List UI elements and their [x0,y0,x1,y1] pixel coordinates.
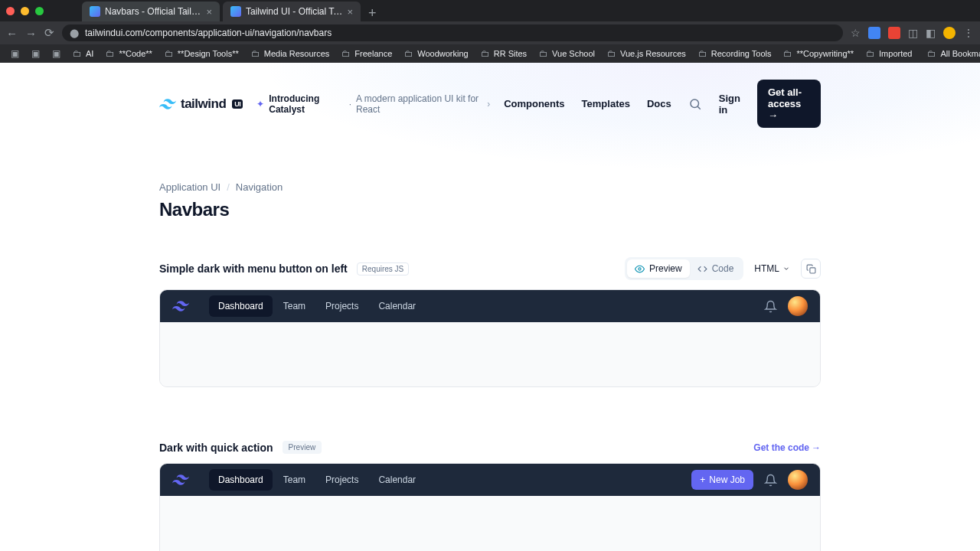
star-icon[interactable]: ☆ [851,27,861,39]
tab-close-icon[interactable]: × [347,7,353,17]
minimize-window-icon[interactable] [21,7,29,15]
folder-icon: 🗀 [783,48,792,59]
browser-tab[interactable]: Tailwind UI - Official Tailwind × [223,2,361,21]
profile-avatar-icon[interactable] [943,27,956,39]
folder-icon: 🗀 [698,48,707,59]
bookmark-item[interactable]: 🗀RR Sites [476,47,531,60]
site-header: tailwind UI ✦ Introducing Catalyst · A m… [159,63,821,142]
extensions-icon[interactable]: ◫ [908,27,918,39]
bookmark-icon: ▣ [31,48,40,59]
breadcrumb: Application UI / Navigation [159,181,821,193]
bookmark-item[interactable]: 🗀Vue School [534,47,599,60]
bookmark-item[interactable]: 🗀Recording Tools [694,47,776,60]
user-avatar[interactable] [788,296,808,316]
nav-link-calendar[interactable]: Calendar [369,295,425,317]
chevron-down-icon [782,265,790,272]
url-input[interactable]: ⬤ tailwindui.com/components/application-… [62,24,843,41]
bookmark-item[interactable]: 🗀Woodworking [400,47,472,60]
copy-button[interactable] [801,259,821,279]
tab-close-icon[interactable]: × [206,7,212,17]
back-button[interactable]: ← [6,27,18,40]
brand-logo-icon [172,301,189,311]
user-avatar[interactable] [788,470,808,490]
component-title: Simple dark with menu button on left [159,262,348,275]
folder-icon: 🗀 [251,48,260,59]
nav-link-dashboard[interactable]: Dashboard [209,469,273,491]
bookmark-item[interactable]: 🗀Media Resources [247,47,335,60]
component-preview: Dashboard Team Projects Calendar + New J… [159,463,821,551]
announcement-subtitle: A modern application UI kit for React [356,93,482,115]
announcement-title: Introducing Catalyst [269,93,344,115]
menu-icon[interactable]: ⋮ [963,27,974,39]
component-header: Dark with quick action Preview Get the c… [159,441,821,454]
nav-link-team[interactable]: Team [274,295,315,317]
nav-link-team[interactable]: Team [274,469,315,491]
preview-toggle-button[interactable]: Preview [627,259,690,278]
preview-body [160,496,820,551]
chevron-right-icon: › [487,99,490,109]
logo[interactable]: tailwind UI [159,96,243,112]
sidepanel-icon[interactable]: ◧ [926,27,936,39]
bookmark-item[interactable]: ▣ [27,47,44,60]
get-all-access-button[interactable]: Get all-access → [757,80,821,128]
all-bookmarks-button[interactable]: 🗀All Bookmarks [923,47,980,60]
code-toggle-button[interactable]: Code [690,259,742,278]
preview-body [160,322,820,386]
component-preview: Dashboard Team Projects Calendar [159,289,821,387]
sparkle-icon: ✦ [256,99,264,109]
search-icon[interactable] [688,97,702,111]
nav-link-projects[interactable]: Projects [316,469,368,491]
extension-icon[interactable] [888,27,900,39]
bookmark-item[interactable]: 🗀Freelance [337,47,397,60]
bookmark-item[interactable]: 🗀AI [68,47,98,60]
folder-icon: 🗀 [866,48,875,59]
language-dropdown[interactable]: HTML [750,259,795,278]
nav-link-projects[interactable]: Projects [316,295,368,317]
example-navbar: Dashboard Team Projects Calendar [160,290,820,322]
bookmark-item[interactable]: 🗀**Design Tools** [160,47,243,60]
nav-link-calendar[interactable]: Calendar [369,469,425,491]
nav-link-dashboard[interactable]: Dashboard [209,295,273,317]
bookmark-item[interactable]: ▣ [47,47,65,60]
bookmark-item[interactable]: 🗀**Code** [101,47,156,60]
bookmark-item[interactable]: 🗀Imported [861,47,916,60]
notifications-icon[interactable] [764,474,777,487]
component-tools: Preview Code HTML [625,257,821,280]
eye-icon [635,264,645,274]
close-window-icon[interactable] [6,7,15,15]
notifications-icon[interactable] [764,300,777,313]
bookmark-icon: ▣ [52,48,60,59]
new-job-button[interactable]: + New Job [691,470,753,490]
nav-components[interactable]: Components [504,98,564,109]
announcement-link[interactable]: ✦ Introducing Catalyst · A modern applic… [256,93,490,115]
bookmark-item[interactable]: 🗀**Copywriting** [779,47,858,60]
sign-in-link[interactable]: Sign in [719,93,740,116]
maximize-window-icon[interactable] [35,7,44,15]
nav-right [764,296,808,316]
svg-point-0 [691,99,699,108]
browser-tab-active[interactable]: Navbars - Official Tailwind C × [82,2,220,21]
new-tab-button[interactable]: + [364,5,381,21]
page-content: tailwind UI ✦ Introducing Catalyst · A m… [0,63,980,551]
nav-templates[interactable]: Templates [582,98,630,109]
breadcrumb-item[interactable]: Navigation [236,181,283,193]
folder-icon: 🗀 [539,48,548,59]
nav-docs[interactable]: Docs [647,98,671,109]
get-the-code-link[interactable]: Get the code → [753,442,821,453]
nav-links: Dashboard Team Projects Calendar [209,469,425,491]
header-nav: Components Templates Docs Sign in Get al… [504,80,821,128]
reload-button[interactable]: ⟳ [44,26,54,40]
logo-text: tailwind [181,96,226,112]
component-title: Dark with quick action [159,442,273,454]
breadcrumb-item[interactable]: Application UI [159,181,220,193]
preview-code-toggle: Preview Code [625,257,743,280]
page-title: Navbars [159,199,821,220]
lock-icon: ⬤ [70,28,79,38]
bookmark-item[interactable]: 🗀Vue.js Resources [603,47,691,60]
extension-icon[interactable] [868,27,880,39]
logo-badge: UI [232,99,243,109]
bookmark-icon: ▣ [11,48,19,59]
bookmark-item[interactable]: ▣ [6,47,24,60]
tab-list: Navbars - Official Tailwind C × Tailwind… [82,0,381,21]
forward-button[interactable]: → [25,27,37,40]
